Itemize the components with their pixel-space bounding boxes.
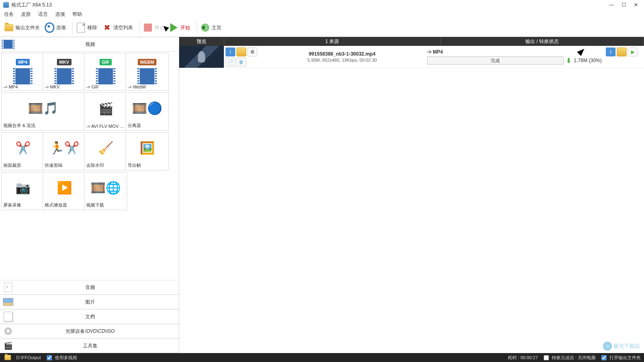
- task-row[interactable]: i⚙📄🗑991558388_nb3-1-30032.mp45.90M, 852x…: [179, 46, 644, 68]
- rename-button[interactable]: 📄: [226, 58, 235, 67]
- options-button[interactable]: 选项: [43, 22, 67, 33]
- tile-label: 去除水印: [86, 162, 104, 168]
- category-document-tab[interactable]: 文档: [0, 309, 179, 324]
- tile-label: -> AVI FLV MOV Etc...: [86, 124, 125, 129]
- minimize-button[interactable]: —: [609, 2, 614, 8]
- video-tile-grid: MP4-> MP4MKV-> MKVGIF-> GIFWEBM-> WebM🎞️…: [1, 53, 178, 210]
- video-tile[interactable]: MKV-> MKV: [43, 53, 86, 91]
- tile-icon: 🖼️: [128, 134, 167, 162]
- close-button[interactable]: ✕: [633, 2, 638, 8]
- category-tools-tab[interactable]: 🎬 工具集: [0, 338, 179, 353]
- tile-icon: 📷: [3, 173, 42, 202]
- video-tile[interactable]: 🧹去除水印: [84, 132, 127, 170]
- category-document-label: 文档: [14, 313, 179, 320]
- globe-icon: [200, 23, 210, 32]
- window-title: 格式工厂 X64 5.13: [11, 2, 609, 9]
- open-output-checkbox[interactable]: [601, 355, 607, 360]
- open-output-toggle[interactable]: 打开输出文件夹: [600, 354, 641, 362]
- video-icon: [4, 40, 13, 49]
- delete-button[interactable]: 🗑: [236, 58, 246, 67]
- menu-help[interactable]: 帮助: [72, 11, 82, 18]
- info-button[interactable]: i: [226, 47, 235, 56]
- category-tools-label: 工具集: [14, 343, 179, 349]
- tile-icon: 🎞️🌐: [86, 173, 125, 202]
- image-icon: [3, 298, 13, 306]
- tile-label: -> MKV: [45, 84, 60, 89]
- titlebar: 格式工厂 X64 5.13 — ☐ ✕: [0, 0, 644, 10]
- app-icon: [3, 2, 9, 8]
- open-source-folder-button[interactable]: [236, 47, 246, 56]
- video-tile[interactable]: 🎞️🌐视频下载: [84, 172, 127, 210]
- tile-label: -> WebM: [128, 84, 146, 89]
- category-image-label: 图片: [14, 299, 179, 306]
- tile-icon: ▶️: [45, 173, 84, 202]
- tile-label: 快速剪辑: [45, 162, 63, 168]
- video-tile[interactable]: 🖼️导出帧: [126, 132, 169, 170]
- menu-options[interactable]: 选项: [55, 11, 65, 18]
- menu-skin[interactable]: 皮肤: [21, 11, 31, 18]
- video-tile[interactable]: 📷屏幕录像: [1, 172, 44, 210]
- menu-tasks[interactable]: 任务: [4, 11, 14, 18]
- task-row-left-actions: i⚙📄🗑: [224, 46, 260, 68]
- tools-icon: 🎬: [2, 340, 14, 351]
- options-label: 选项: [56, 24, 66, 31]
- multithread-checkbox[interactable]: [47, 355, 52, 360]
- category-disc-label: 光驱设备\DVD\CD\ISO: [14, 328, 179, 335]
- statusbar: D:\FFOutput 使用多线程 耗时 : 00:00:27 转换完成后 : …: [0, 353, 644, 362]
- remove-label: 移除: [87, 24, 97, 31]
- play-output-button[interactable]: ▶: [628, 47, 637, 56]
- tile-icon: 🧹: [86, 134, 125, 162]
- homepage-label: 主页: [212, 24, 221, 31]
- task-list-panel: 预览 1 来源 输出 / 转换状态 i⚙📄🗑991558388_nb3-1-30…: [179, 37, 644, 353]
- folder-icon: [4, 23, 14, 32]
- list-header: 预览 1 来源 输出 / 转换状态: [179, 37, 644, 46]
- audio-icon: [4, 282, 12, 292]
- video-tile[interactable]: ▶️格式播放器: [43, 172, 86, 210]
- tile-label: 屏幕录像: [3, 202, 21, 208]
- video-tile[interactable]: 🎬-> AVI FLV MOV Etc...: [84, 93, 127, 131]
- stop-button[interactable]: 停止: [141, 22, 166, 33]
- category-disc-tab[interactable]: 光驱设备\DVD\CD\ISO: [0, 324, 179, 338]
- task-thumbnail: [179, 46, 224, 68]
- settings-button[interactable]: ⚙: [247, 47, 257, 56]
- sidebar: 视频 MP4-> MP4MKV-> MKVGIF-> GIFWEBM-> Web…: [0, 37, 179, 353]
- task-progress: 完成: [427, 56, 564, 65]
- video-tile[interactable]: GIF-> GIF: [84, 53, 127, 91]
- disc-icon: [4, 327, 12, 335]
- shutdown-checkbox[interactable]: [544, 355, 549, 360]
- task-fileinfo: 5.90M, 852x480, 19Kbps, 00:02:30: [307, 58, 377, 62]
- category-video-tab[interactable]: 视频: [0, 37, 179, 52]
- video-tile[interactable]: 🏃✂️快速剪辑: [43, 132, 86, 170]
- output-path[interactable]: D:\FFOutput: [16, 355, 41, 360]
- maximize-button[interactable]: ☐: [621, 2, 626, 8]
- shutdown-label: 转换完成后 : 关闭电脑: [552, 355, 596, 361]
- x-icon: ✖: [102, 23, 112, 32]
- shutdown-after-toggle[interactable]: 转换完成后 : 关闭电脑: [542, 354, 596, 362]
- category-audio-tab[interactable]: 音频: [0, 280, 179, 295]
- tile-icon: 🎬: [86, 94, 125, 124]
- multithread-toggle[interactable]: 使用多线程: [45, 354, 77, 362]
- homepage-button[interactable]: 主页: [199, 22, 223, 33]
- output-folder-label: 输出文件夹: [15, 24, 40, 31]
- toolbar: 输出文件夹 选项 移除 ✖ 清空列表 停止 开始: [0, 19, 644, 37]
- video-tile[interactable]: 🎞️🎵视频合并 & 混流: [1, 93, 85, 131]
- output-info-button[interactable]: i: [606, 47, 616, 56]
- video-tile[interactable]: MP4-> MP4: [1, 53, 44, 91]
- category-image-tab[interactable]: 图片: [0, 295, 179, 309]
- tile-label: 画面裁剪: [3, 162, 21, 168]
- tile-label: -> GIF: [86, 84, 99, 89]
- document-icon: [76, 23, 86, 32]
- header-preview: 预览: [179, 37, 224, 46]
- video-tile[interactable]: ✂️画面裁剪: [1, 132, 44, 170]
- video-tile[interactable]: 🎞️🔵分离器: [126, 93, 169, 131]
- category-video-label: 视频: [14, 41, 179, 48]
- category-audio-label: 音频: [14, 284, 179, 291]
- remove-button[interactable]: 移除: [74, 22, 99, 33]
- open-output-folder-button[interactable]: [617, 47, 627, 56]
- video-tile[interactable]: WEBM-> WebM: [126, 53, 169, 91]
- output-folder-button[interactable]: 输出文件夹: [2, 22, 41, 33]
- start-button[interactable]: 开始: [167, 22, 192, 33]
- clear-list-button[interactable]: ✖ 清空列表: [100, 22, 134, 33]
- tile-icon: MP4: [3, 54, 42, 84]
- menu-language[interactable]: 语言: [38, 11, 48, 18]
